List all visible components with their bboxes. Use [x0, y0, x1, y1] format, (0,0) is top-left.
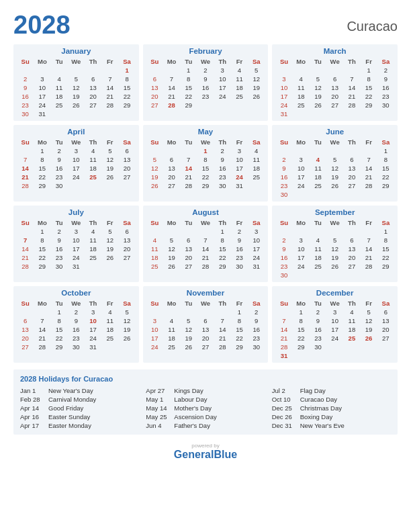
day-header-we: We	[197, 299, 214, 308]
brand-suffix: Blue	[214, 449, 237, 460]
cal-day: 16	[248, 325, 265, 334]
cal-day: 30	[275, 190, 292, 199]
cal-day	[163, 308, 180, 316]
cal-day: 30	[248, 343, 265, 351]
day-header-su: Su	[275, 218, 292, 227]
cal-day: 2	[17, 75, 34, 83]
day-header-fr: Fr	[231, 218, 248, 227]
day-header-mo: Mo	[163, 218, 180, 227]
day-header-sa: Sa	[248, 218, 265, 227]
cal-day: 14	[343, 83, 360, 92]
cal-day: 13	[197, 325, 214, 334]
month-block-november: NovemberSuMoTuWeThFrSa123456789101112131…	[143, 286, 269, 363]
day-header-tu: Tu	[50, 299, 67, 308]
month-title: August	[146, 208, 265, 216]
cal-day: 15	[197, 164, 214, 173]
cal-day	[146, 146, 163, 155]
day-header-su: Su	[275, 299, 292, 308]
cal-day	[214, 101, 231, 109]
cal-day: 17	[68, 164, 85, 173]
cal-day	[293, 271, 310, 279]
cal-day: 10	[68, 236, 85, 245]
cal-day: 22	[197, 173, 214, 181]
month-title: June	[275, 128, 394, 136]
cal-day: 17	[275, 92, 292, 101]
cal-day: 3	[231, 146, 248, 155]
cal-day	[68, 66, 85, 75]
day-header-fr: Fr	[101, 299, 118, 308]
holiday-item: Apr 14Good Friday	[20, 404, 139, 412]
cal-day: 25	[85, 173, 101, 181]
cal-day	[17, 146, 34, 155]
day-header-th: Th	[85, 57, 101, 66]
holiday-name: Christmas Day	[300, 404, 342, 412]
cal-day: 7	[197, 236, 214, 245]
cal-day	[343, 227, 360, 236]
day-header-tu: Tu	[180, 218, 197, 227]
cal-day: 23	[197, 92, 214, 101]
cal-day: 26	[101, 173, 118, 181]
cal-day: 7	[180, 155, 197, 164]
cal-day: 26	[361, 334, 377, 343]
cal-day: 27	[118, 253, 135, 262]
day-header-fr: Fr	[231, 138, 248, 146]
holiday-item: Dec 25Christmas Day	[272, 404, 391, 412]
cal-day	[248, 181, 265, 190]
cal-day: 21	[275, 334, 292, 343]
cal-day: 2	[248, 308, 265, 316]
cal-day: 16	[68, 325, 85, 334]
cal-day: 22	[50, 334, 67, 343]
day-header-tu: Tu	[180, 299, 197, 308]
month-title: July	[17, 208, 136, 216]
cal-day	[214, 308, 231, 316]
cal-day: 15	[34, 164, 50, 173]
cal-day: 24	[293, 262, 310, 271]
day-header-su: Su	[17, 299, 34, 308]
cal-day: 26	[326, 181, 343, 190]
cal-day	[361, 109, 377, 118]
cal-day: 10	[68, 155, 85, 164]
day-header-we: We	[68, 218, 85, 227]
cal-day: 27	[180, 262, 197, 271]
cal-day: 13	[118, 155, 135, 164]
cal-day: 4	[50, 75, 67, 83]
cal-day: 10	[34, 83, 50, 92]
cal-day	[377, 351, 394, 360]
cal-day: 11	[310, 164, 326, 173]
cal-day: 7	[163, 75, 180, 83]
day-header-su: Su	[146, 57, 163, 66]
cal-day: 25	[146, 262, 163, 271]
cal-day: 11	[85, 236, 101, 245]
cal-day	[275, 66, 292, 75]
cal-day: 25	[101, 334, 118, 343]
cal-day: 8	[50, 316, 67, 325]
cal-day	[310, 351, 326, 360]
cal-day: 8	[214, 236, 231, 245]
cal-day: 15	[231, 325, 248, 334]
holiday-column-1: Jan 1New Year's DayFeb 28Carnival Monday…	[20, 387, 139, 429]
cal-day: 23	[275, 262, 292, 271]
holiday-name: Mother's Day	[174, 404, 212, 412]
cal-day: 21	[34, 334, 50, 343]
month-title: December	[275, 289, 394, 297]
cal-day: 29	[197, 181, 214, 190]
cal-day	[197, 308, 214, 316]
cal-day: 29	[361, 101, 377, 109]
day-header-fr: Fr	[101, 218, 118, 227]
cal-day: 23	[50, 253, 67, 262]
holiday-date: Apr 14	[20, 404, 44, 412]
cal-day: 27	[343, 181, 360, 190]
cal-day: 24	[68, 253, 85, 262]
cal-day: 14	[17, 164, 34, 173]
cal-day	[163, 66, 180, 75]
cal-day: 9	[197, 75, 214, 83]
cal-day: 12	[146, 164, 163, 173]
day-header-we: We	[68, 57, 85, 66]
day-header-tu: Tu	[180, 57, 197, 66]
holiday-item: May 1Labour Day	[146, 396, 265, 403]
day-header-th: Th	[214, 57, 231, 66]
cal-day: 3	[68, 146, 85, 155]
cal-day: 1	[214, 227, 231, 236]
holiday-name: Easter Sunday	[48, 413, 90, 420]
cal-day: 5	[163, 236, 180, 245]
